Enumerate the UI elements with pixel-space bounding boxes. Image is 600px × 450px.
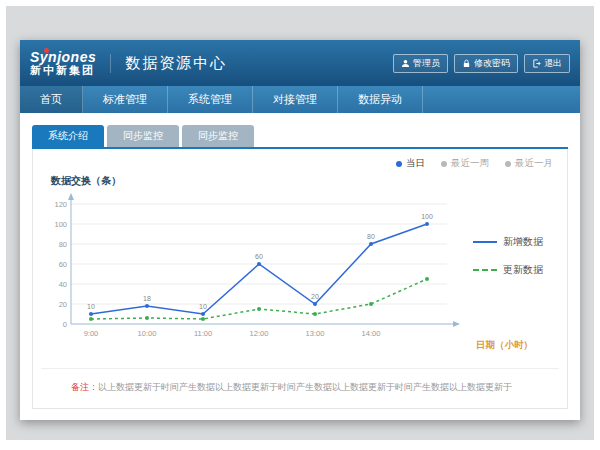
header: Synjones 新中新集团 数据资源中心 管理员 修改密码 退出 (20, 40, 580, 86)
svg-text:40: 40 (59, 280, 67, 289)
svg-text:60: 60 (255, 253, 263, 260)
svg-text:12:00: 12:00 (250, 329, 269, 338)
last-week-dot-icon (441, 161, 447, 167)
logo: Synjones 新中新集团 (30, 50, 96, 76)
user-icon (401, 59, 410, 68)
last-month-dot-icon (505, 161, 511, 167)
svg-text:80: 80 (367, 233, 375, 240)
page-title: 数据资源中心 (110, 54, 227, 73)
note-text: 以上数据更新于时间产生数据以上数据更新于时间产生数据以上数据更新于时间产生数据以… (98, 382, 512, 392)
header-actions: 管理员 修改密码 退出 (393, 54, 570, 73)
app-window: Synjones 新中新集团 数据资源中心 管理员 修改密码 退出 (20, 40, 580, 420)
series-legend: 新增数据 更新数据 (473, 235, 543, 277)
tab-strip: 系统介绍 同步监控 同步监控 (32, 125, 568, 149)
legend-item-today[interactable]: 当日 (396, 157, 425, 170)
lock-icon (462, 59, 471, 68)
tab-sync-monitor-1[interactable]: 同步监控 (107, 125, 179, 147)
svg-text:14:00: 14:00 (362, 329, 381, 338)
updated-data-line-sample-icon (473, 269, 497, 271)
nav-item-data-change[interactable]: 数据异动 (338, 86, 423, 113)
svg-text:60: 60 (59, 260, 67, 269)
svg-text:80: 80 (59, 240, 67, 249)
svg-text:10: 10 (87, 303, 95, 310)
legend-item-updated-data: 更新数据 (473, 263, 543, 277)
svg-text:10:00: 10:00 (138, 329, 157, 338)
time-filter-legend: 当日 最近一周 最近一月 (41, 157, 553, 170)
new-data-line-sample-icon (473, 241, 497, 243)
series-line-0 (91, 224, 427, 314)
nav-item-connect-mgmt[interactable]: 对接管理 (253, 86, 338, 113)
content-panel: 当日 最近一周 最近一月 数据交换（条） 0204060801001209:00… (32, 149, 568, 409)
change-password-button[interactable]: 修改密码 (454, 54, 518, 73)
svg-text:20: 20 (311, 293, 319, 300)
note-label: 备注： (71, 382, 98, 392)
tab-system-intro[interactable]: 系统介绍 (32, 125, 104, 147)
svg-text:20: 20 (59, 300, 67, 309)
y-axis-title: 数据交换（条） (51, 174, 559, 188)
chart-area: 0204060801001209:0010:0011:0012:0013:001… (41, 190, 559, 359)
logo-en-text: Synjones (30, 50, 96, 65)
today-dot-icon (396, 161, 402, 167)
nav-item-system-mgmt[interactable]: 系统管理 (168, 86, 253, 113)
svg-text:120: 120 (54, 200, 67, 209)
svg-text:11:00: 11:00 (194, 329, 212, 338)
admin-user-button[interactable]: 管理员 (393, 54, 448, 73)
tab-sync-monitor-2[interactable]: 同步监控 (182, 125, 254, 147)
svg-text:13:00: 13:00 (306, 329, 325, 338)
svg-text:100: 100 (421, 213, 433, 220)
series-line-1 (91, 279, 427, 319)
logout-icon (532, 59, 541, 68)
desktop-background: Synjones 新中新集团 数据资源中心 管理员 修改密码 退出 (6, 6, 594, 440)
nav-item-home[interactable]: 首页 (20, 86, 83, 113)
nav-item-standard-mgmt[interactable]: 标准管理 (83, 86, 168, 113)
logout-button[interactable]: 退出 (524, 54, 570, 73)
legend-item-last-week[interactable]: 最近一周 (441, 157, 489, 170)
legend-item-last-month[interactable]: 最近一月 (505, 157, 553, 170)
legend-item-new-data: 新增数据 (473, 235, 543, 249)
line-chart: 0204060801001209:0010:0011:0012:0013:001… (41, 190, 473, 359)
svg-text:100: 100 (54, 220, 67, 229)
logo-red-dot-icon (44, 48, 49, 53)
logo-cn-text: 新中新集团 (30, 65, 96, 77)
footnote: 备注：以上数据更新于时间产生数据以上数据更新于时间产生数据以上数据更新于时间产生… (41, 369, 559, 394)
main-nav: 首页 标准管理 系统管理 对接管理 数据异动 (20, 86, 580, 113)
svg-text:9:00: 9:00 (84, 329, 99, 338)
svg-text:0: 0 (63, 320, 67, 329)
svg-text:18: 18 (143, 295, 151, 302)
svg-text:10: 10 (199, 303, 207, 310)
line-chart-svg: 0204060801001209:0010:0011:0012:0013:001… (41, 190, 473, 355)
